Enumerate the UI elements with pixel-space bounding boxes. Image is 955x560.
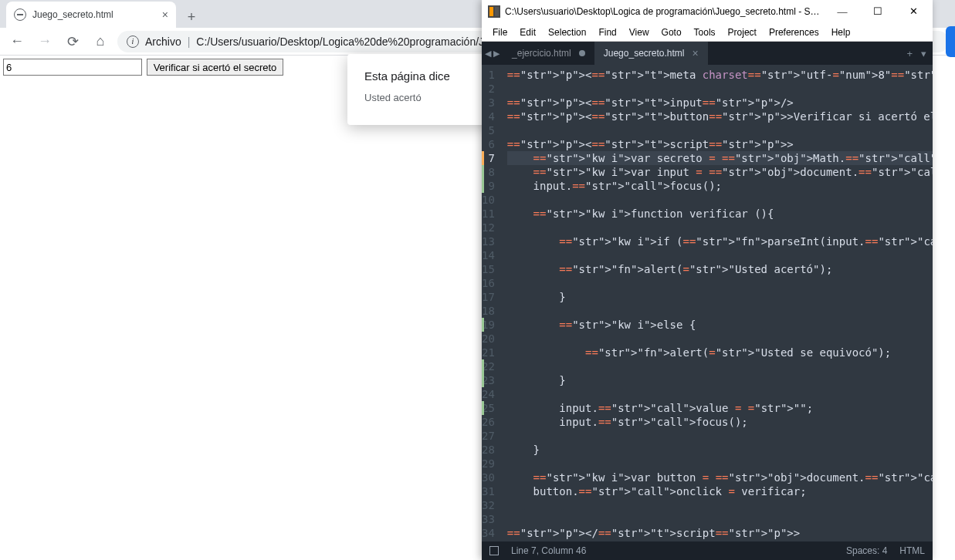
line-number[interactable]: 6 xyxy=(482,137,495,151)
address-sep: | xyxy=(188,35,191,48)
code-line[interactable] xyxy=(507,123,933,137)
line-number[interactable]: 32 xyxy=(482,498,495,512)
minimize-button[interactable]: — xyxy=(825,0,860,23)
forward-button[interactable]: → xyxy=(34,31,56,52)
home-button[interactable]: ⌂ xyxy=(90,31,111,52)
code-line[interactable] xyxy=(507,387,933,401)
code-line[interactable]: =="str">"fn">alert(="str">"Usted se equi… xyxy=(507,346,933,359)
code-line[interactable]: } xyxy=(507,290,933,304)
code-line[interactable] xyxy=(507,221,933,234)
code-line[interactable]: button.=="str">"call">onclick = verifica… xyxy=(507,484,933,498)
code-line[interactable]: =="str">"p"></=="str">"t">script=="str">… xyxy=(507,526,933,540)
menu-project[interactable]: Project xyxy=(722,27,763,38)
line-number[interactable]: 12 xyxy=(482,221,495,234)
code-line[interactable]: =="str">"kw i">var button = =="str">"obj… xyxy=(507,471,933,484)
reload-button[interactable]: ⟳ xyxy=(62,31,83,52)
menu-goto[interactable]: Goto xyxy=(655,27,688,38)
menu-tools[interactable]: Tools xyxy=(688,27,722,38)
menu-selection[interactable]: Selection xyxy=(542,27,592,38)
browser-tab[interactable]: Juego_secreto.html × xyxy=(6,2,176,28)
editor-tab[interactable]: Juego_secreto.html× xyxy=(594,42,708,65)
line-number[interactable]: 10 xyxy=(482,193,495,207)
code-line[interactable] xyxy=(507,512,933,526)
code-line[interactable]: =="str">"kw i">function verificar (){ xyxy=(507,207,933,221)
menu-file[interactable]: File xyxy=(486,27,513,38)
line-number[interactable]: 17 xyxy=(482,290,495,304)
back-button[interactable]: ← xyxy=(6,31,28,52)
menu-view[interactable]: View xyxy=(623,27,655,38)
line-number[interactable]: 2 xyxy=(482,82,495,96)
code-line[interactable] xyxy=(507,193,933,207)
menu-edit[interactable]: Edit xyxy=(513,27,542,38)
code-line[interactable] xyxy=(507,276,933,290)
code-line[interactable] xyxy=(507,332,933,346)
editor-tabstrip: ◀ ▶ _ejercicio.htmlJuego_secreto.html× +… xyxy=(482,42,933,65)
code-line[interactable] xyxy=(507,498,933,512)
editor-tab[interactable]: _ejercicio.html xyxy=(503,42,594,65)
code-line[interactable]: input.=="str">"call">value = ="str">""; xyxy=(507,401,933,415)
line-number[interactable]: 30 xyxy=(482,471,495,484)
status-spaces[interactable]: Spaces: 4 xyxy=(846,545,887,556)
line-number[interactable]: 5 xyxy=(482,123,495,137)
menu-help[interactable]: Help xyxy=(825,27,857,38)
address-prefix: Archivo xyxy=(145,35,181,48)
guess-input[interactable] xyxy=(3,59,142,76)
line-number[interactable]: 31 xyxy=(482,484,495,498)
close-icon[interactable]: × xyxy=(693,47,699,59)
line-number[interactable]: 1 xyxy=(482,68,495,82)
line-number[interactable]: 26 xyxy=(482,415,495,429)
line-number[interactable]: 24 xyxy=(482,387,495,401)
code-line[interactable]: =="str">"fn">alert(="str">"Usted acertó"… xyxy=(507,262,933,276)
line-number[interactable]: 29 xyxy=(482,457,495,471)
code-line[interactable] xyxy=(507,304,933,318)
code-line[interactable] xyxy=(507,359,933,373)
code-line[interactable]: } xyxy=(507,373,933,387)
tab-nav-arrows[interactable]: ◀ ▶ xyxy=(482,42,503,65)
code-line[interactable] xyxy=(507,429,933,443)
verify-button[interactable]: Verificar si acertó el secreto xyxy=(147,59,284,76)
code-line[interactable]: =="str">"p"><=="str">"t">script=="str">"… xyxy=(507,137,933,151)
line-number[interactable]: 21 xyxy=(482,346,495,359)
code-line[interactable]: =="str">"kw i">var secreto = =="str">"ob… xyxy=(507,151,933,165)
window-titlebar[interactable]: C:\Users\usuario\Desktop\Logica de progr… xyxy=(482,0,933,23)
line-number[interactable]: 4 xyxy=(482,110,495,123)
close-window-button[interactable]: ✕ xyxy=(896,0,931,23)
code-line[interactable]: =="str">"p"><=="str">"t">meta charset=="… xyxy=(507,68,933,82)
info-icon[interactable]: i xyxy=(127,35,139,48)
line-number[interactable]: 28 xyxy=(482,443,495,457)
line-number[interactable]: 11 xyxy=(482,207,495,221)
line-number[interactable]: 14 xyxy=(482,248,495,262)
code-line[interactable]: =="str">"p"><=="str">"t">input=="str">"p… xyxy=(507,96,933,110)
panel-toggle-icon[interactable] xyxy=(489,546,499,555)
code-line[interactable] xyxy=(507,457,933,471)
dirty-dot-icon[interactable] xyxy=(579,50,585,56)
line-number[interactable]: 20 xyxy=(482,332,495,346)
code-line[interactable] xyxy=(507,82,933,96)
line-number[interactable]: 13 xyxy=(482,234,495,248)
line-gutter[interactable]: 1234567891011121314151617181920212223242… xyxy=(482,65,503,541)
code-line[interactable]: =="str">"kw i">else { xyxy=(507,318,933,332)
line-number[interactable]: 27 xyxy=(482,429,495,443)
code-line[interactable]: =="str">"kw i">var input = =="str">"obj"… xyxy=(507,165,933,179)
sublime-icon xyxy=(488,5,500,18)
close-icon[interactable]: × xyxy=(162,8,168,21)
code-line[interactable]: input.=="str">"call">focus(); xyxy=(507,179,933,193)
code-line[interactable] xyxy=(507,248,933,262)
status-language[interactable]: HTML xyxy=(899,545,925,556)
maximize-button[interactable]: ☐ xyxy=(860,0,896,23)
line-number[interactable]: 3 xyxy=(482,96,495,110)
code-line[interactable]: =="str">"kw i">if (=="str">"fn">parseInt… xyxy=(507,234,933,248)
tabstrip-overflow[interactable]: + ▾ xyxy=(901,42,933,65)
code-line[interactable]: =="str">"p"><=="str">"t">button=="str">"… xyxy=(507,110,933,123)
line-number[interactable]: 18 xyxy=(482,304,495,318)
code-line[interactable]: } xyxy=(507,443,933,457)
new-tab-button[interactable]: + xyxy=(181,6,202,28)
code-editor[interactable]: =="str">"p"><=="str">"t">meta charset=="… xyxy=(503,65,933,541)
menu-find[interactable]: Find xyxy=(592,27,622,38)
line-number[interactable]: 33 xyxy=(482,512,495,526)
line-number[interactable]: 34 xyxy=(482,526,495,540)
line-number[interactable]: 16 xyxy=(482,276,495,290)
menu-preferences[interactable]: Preferences xyxy=(763,27,825,38)
code-line[interactable]: input.=="str">"call">focus(); xyxy=(507,415,933,429)
line-number[interactable]: 15 xyxy=(482,262,495,276)
